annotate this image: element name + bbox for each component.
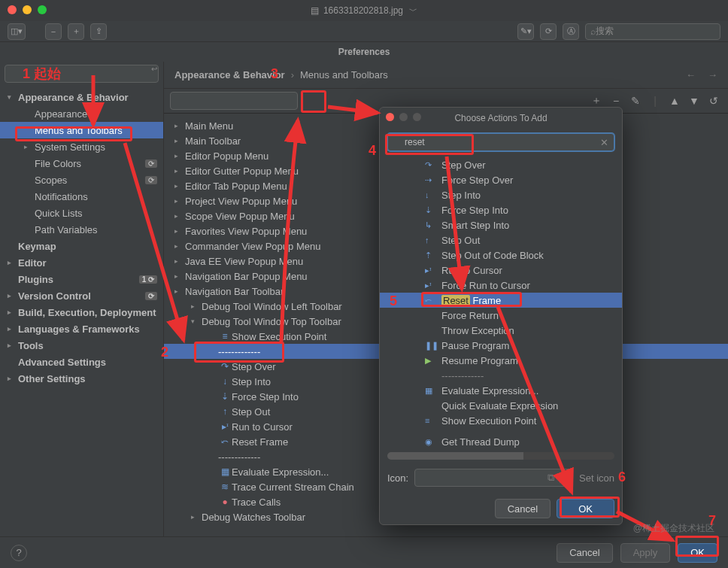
close-icon[interactable] — [386, 113, 394, 121]
action-item[interactable]: ▦Evaluate Expression... — [380, 383, 622, 398]
move-down-icon[interactable]: ▼ — [686, 93, 702, 109]
sidebar-item[interactable]: Quick Lists — [0, 205, 163, 221]
breadcrumb: Appearance & Behavior › Menus and Toolba… — [164, 62, 728, 88]
dialog-search[interactable]: ⌕ ✕ — [380, 129, 622, 156]
preferences-sidebar: ⌕ ↩ ▾Appearance & BehaviorAppearanceMenu… — [0, 62, 164, 536]
sidebar-item[interactable]: ▾Appearance & Behavior — [0, 89, 163, 105]
icon-row: Icon: ⧉ ▣ Set icon — [380, 463, 622, 493]
separator: | — [647, 93, 663, 109]
sidebar-item[interactable]: Path Variables — [0, 221, 163, 238]
file-icon: ▤ — [311, 5, 319, 16]
dialog-cancel-button[interactable]: Cancel — [495, 499, 551, 518]
folder-icon[interactable]: ▣ — [559, 472, 568, 484]
action-item[interactable]: Quick Evaluate Expression — [380, 398, 622, 413]
action-item[interactable] — [380, 428, 622, 434]
window-controls[interactable] — [8, 5, 47, 14]
icon-field[interactable]: ⧉ ▣ — [414, 469, 573, 487]
move-up-icon[interactable]: ▲ — [666, 93, 683, 109]
markup-icon[interactable]: Ⓐ — [563, 23, 579, 40]
choose-actions-dialog: Choose Actions To Add ⌕ ✕ ↷Step Over⇢For… — [379, 107, 623, 525]
sidebar-item[interactable]: File Colors⟳ — [0, 155, 163, 172]
reset-icon[interactable]: ↺ — [705, 93, 722, 109]
action-item[interactable]: ⇣Force Step Into — [380, 202, 622, 217]
history-icon[interactable]: ↩ — [151, 65, 157, 73]
toolbar-search[interactable]: ⌕ 搜索 — [585, 23, 720, 40]
breadcrumb-parent[interactable]: Appearance & Behavior — [174, 69, 285, 80]
zoom-in-icon[interactable]: ＋ — [68, 23, 84, 40]
action-item[interactable]: ▸ᶦForce Run to Cursor — [380, 278, 622, 293]
forward-icon[interactable]: → — [708, 69, 717, 80]
watermark: @稀土掘金技术社区 — [633, 522, 714, 535]
document-title: ▤ 1663318202818.jpg ﹀ — [311, 5, 417, 17]
cancel-button[interactable]: Cancel — [557, 543, 612, 563]
sidebar-item[interactable]: Plugins1 ⟳ — [0, 271, 163, 287]
preferences-title: Preferences — [0, 42, 728, 62]
apply-button[interactable]: Apply — [620, 543, 671, 563]
sidebar-search[interactable]: ⌕ ↩ — [0, 62, 163, 86]
sidebar-item[interactable]: Menus and Toolbars — [0, 122, 163, 138]
clear-icon[interactable]: ✕ — [600, 137, 608, 148]
action-item[interactable]: ◉Get Thread Dump — [380, 434, 622, 449]
dialog-search-input[interactable] — [387, 133, 614, 151]
action-item[interactable]: ≡Show Execution Point — [380, 413, 622, 428]
search-icon: ⌕ — [590, 26, 596, 37]
action-item[interactable]: ⇡Step Out of Code Block — [380, 248, 622, 263]
action-item[interactable]: ▸ᶦRun to Cursor — [380, 263, 622, 278]
sidebar-item[interactable]: Scopes⟳ — [0, 172, 163, 188]
sidebar-item[interactable]: ▸Tools — [0, 337, 163, 354]
sidebar-item[interactable]: Advanced Settings — [0, 354, 163, 370]
sidebar-item[interactable]: ▸Editor — [0, 254, 163, 271]
icon-label: Icon: — [387, 472, 408, 484]
edit-icon[interactable]: ✎▾ — [517, 23, 534, 40]
maximize-window-icon[interactable] — [38, 5, 47, 14]
sidebar-item[interactable]: ▸Languages & Frameworks — [0, 320, 163, 337]
action-item[interactable]: ⇢Force Step Over — [380, 172, 622, 187]
sidebar-toggle-icon[interactable]: ◫▾ — [8, 23, 26, 40]
sidebar-item[interactable]: Keymap — [0, 238, 163, 254]
sidebar-item[interactable]: ▸Version Control⟳ — [0, 287, 163, 304]
breadcrumb-current: Menus and Toolbars — [300, 69, 388, 80]
action-item[interactable]: ▶Resume Program — [380, 353, 622, 368]
os-titlebar: ▤ 1663318202818.jpg ﹀ — [0, 0, 728, 21]
action-item[interactable]: ❚❚Pause Program — [380, 338, 622, 353]
action-item[interactable]: ⤺Reset Frame — [380, 293, 622, 308]
rotate-icon[interactable]: ⟳ — [540, 23, 557, 40]
action-item[interactable]: ↓Step Into — [380, 187, 622, 202]
action-list[interactable]: ↷Step Over⇢Force Step Over↓Step Into⇣For… — [380, 156, 622, 449]
sidebar-search-input[interactable] — [5, 65, 159, 83]
dialog-title: Choose Actions To Add — [380, 108, 622, 129]
preferences-footer: ? Cancel Apply OK — [0, 536, 728, 568]
app-toolbar: ◫▾ − ＋ ⇪ ✎▾ ⟳ Ⓐ ⌕ 搜索 — [0, 21, 728, 42]
settings-tree[interactable]: ▾Appearance & BehaviorAppearanceMenus an… — [0, 86, 163, 536]
edit-action-icon[interactable]: ✎ — [627, 93, 644, 109]
zoom-out-icon[interactable]: − — [45, 23, 62, 40]
back-icon[interactable]: ← — [686, 69, 696, 80]
minimize-disabled-icon — [399, 113, 408, 121]
sidebar-item[interactable]: Notifications — [0, 188, 163, 205]
action-item[interactable]: Force Return — [380, 308, 622, 323]
maximize-disabled-icon — [413, 113, 421, 121]
chevron-down-icon[interactable]: ﹀ — [409, 5, 417, 17]
action-item[interactable]: ↳Smart Step Into — [380, 217, 622, 232]
menu-search-input[interactable] — [170, 92, 298, 110]
sidebar-item[interactable]: ▸Other Settings — [0, 370, 163, 387]
breadcrumb-sep: › — [291, 69, 294, 80]
sidebar-item[interactable]: ▸Build, Execution, Deployment — [0, 304, 163, 320]
action-item[interactable]: ↷Step Over — [380, 157, 622, 172]
help-icon[interactable]: ? — [11, 545, 27, 561]
sidebar-item[interactable]: Appearance — [0, 105, 163, 122]
minimize-window-icon[interactable] — [23, 5, 32, 14]
sidebar-item[interactable]: ▸System Settings — [0, 138, 163, 155]
dialog-ok-button[interactable]: OK — [557, 499, 614, 518]
dialog-window-controls[interactable] — [386, 113, 421, 121]
action-item[interactable]: ------------- — [380, 368, 622, 383]
copy-icon[interactable]: ⧉ — [548, 472, 554, 484]
close-window-icon[interactable] — [8, 5, 17, 14]
scrollbar-horizontal[interactable] — [387, 452, 614, 460]
set-icon-link[interactable]: Set icon — [579, 472, 614, 484]
share-icon[interactable]: ⇪ — [90, 23, 107, 40]
action-item[interactable]: ↑Step Out — [380, 232, 622, 248]
action-item[interactable]: Throw Exception — [380, 323, 622, 338]
ok-button[interactable]: OK — [678, 543, 717, 563]
